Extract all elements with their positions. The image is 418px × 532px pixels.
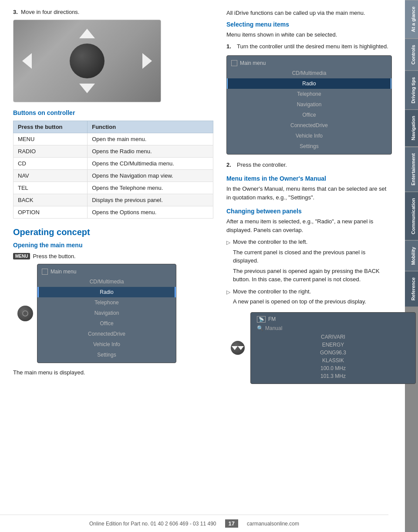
sidebar-tab-driving-tips[interactable]: Driving tips (405, 71, 418, 110)
fm-item: KLASSIK (257, 357, 409, 364)
left-column: 3. Move in four directions. Buttons on c… (13, 9, 213, 523)
bullet-2-arrow-icon: ▷ (226, 288, 230, 306)
step-1: 1. Turn the controller until the desired… (226, 42, 392, 51)
fm-item: 101.3 MHz (257, 372, 409, 380)
table-cell: OPTION (13, 206, 88, 219)
right-menu-title: Main menu (240, 60, 266, 66)
open-menu-text: Press the button. (33, 253, 75, 259)
table-cell: Open the main menu. (88, 133, 213, 145)
bullet-1-content: Move the controller to the left. The cur… (233, 238, 392, 284)
page-number: 17 (225, 519, 238, 528)
left-menu-item: Telephone (37, 297, 176, 308)
changing-panels-title: Changing between panels (226, 208, 392, 215)
step-3-header: 3. Move in four directions. (13, 9, 213, 15)
operating-concept-title: Operating concept (13, 227, 213, 237)
left-menu-knob (17, 306, 33, 321)
left-menu-item: Navigation (37, 308, 176, 318)
sidebar-tab-communication[interactable]: Communication (405, 192, 418, 240)
step-2-num: 2. (226, 161, 233, 169)
bullet-2-sub: A new panel is opened on top of the prev… (233, 297, 366, 306)
bullet-1-arrow-icon: ▷ (226, 239, 230, 284)
main-menu-footer-text: The main menu is displayed. (13, 368, 213, 377)
fm-item: 100.0 MHz (257, 364, 409, 372)
table-header-function: Function (88, 121, 213, 133)
left-menu-header: Main menu (37, 267, 176, 276)
fm-search-text: Manual (265, 325, 282, 331)
selecting-steps-list: 1. Turn the controller until the desired… (226, 42, 392, 51)
left-menu-item: Radio (37, 287, 176, 297)
search-icon: 🔍 (257, 325, 263, 331)
intro-text: All iDrive functions can be called up vi… (226, 9, 392, 17)
arrow-up-icon (79, 29, 95, 38)
left-menu-item: Settings (37, 350, 176, 360)
table-header-button: Press the button (13, 121, 88, 133)
open-menu-line: MENU Press the button. (13, 253, 213, 259)
owner-manual-body: In the Owner's Manual, menu items that c… (226, 185, 392, 202)
sidebar: At a glanceControlsDriving tipsNavigatio… (405, 0, 418, 532)
right-menu-header-icon (231, 60, 237, 66)
fm-icon: 📡 (257, 316, 266, 323)
left-menu-items: CD/MultimediaRadioTelephoneNavigationOff… (37, 276, 176, 360)
sidebar-tab-controls[interactable]: Controls (405, 38, 418, 71)
sidebar-tab-mobility[interactable]: Mobility (405, 240, 418, 271)
sidebar-tab-reference[interactable]: Reference (405, 271, 418, 306)
bullet-1-main: Move the controller to the left. (233, 238, 392, 246)
right-column: All iDrive functions can be called up vi… (226, 9, 392, 523)
buttons-section-title: Buttons on controller (13, 109, 213, 116)
opening-menu-title: Opening the main menu (13, 242, 213, 249)
fm-item: GONG96.3 (257, 349, 409, 357)
buttons-table: Press the button Function MENUOpen the m… (13, 121, 213, 219)
sidebar-tabs: At a glanceControlsDriving tipsNavigatio… (405, 0, 418, 307)
left-menu-item: Vehicle Info (37, 339, 176, 350)
fm-screen: 📡 FM 🔍 Manual CARIVARIENERGYGONG96.3KLAS… (250, 312, 416, 384)
fm-item: CARIVARI (257, 333, 409, 341)
bullet-1: ▷ Move the controller to the left. The c… (226, 238, 392, 284)
selecting-body: Menu items shown in white can be selecte… (226, 30, 392, 39)
table-cell: MENU (13, 133, 88, 145)
arrow-right-icon (142, 53, 152, 69)
table-cell: CD (13, 158, 88, 170)
table-cell: RADIO (13, 145, 88, 158)
arrow-down-icon (79, 84, 95, 93)
sidebar-tab-entertainment[interactable]: Entertainment (405, 147, 418, 192)
table-cell: Opens the Radio menu. (88, 145, 213, 158)
down-triangle-icon (232, 346, 238, 350)
menu-key-badge: MENU (13, 253, 30, 259)
step-3-text: Move in four directions. (21, 9, 79, 15)
table-cell: Opens the Options menu. (88, 206, 213, 219)
changing-panels-bullets: ▷ Move the controller to the left. The c… (226, 238, 392, 306)
left-main-menu-screen: Main menu CD/MultimediaRadioTelephoneNav… (37, 264, 176, 363)
step-2-text: Press the controller. (237, 161, 287, 169)
fm-items-list: CARIVARIENERGYGONG96.3KLASSIK100.0 MHz10… (257, 333, 409, 380)
controller-image (13, 20, 161, 102)
table-cell: Displays the previous panel. (88, 194, 213, 206)
sidebar-tab-navigation[interactable]: Navigation (405, 109, 418, 146)
left-menu-screen-wrapper: Main menu CD/MultimediaRadioTelephoneNav… (13, 264, 161, 363)
right-menu-item: Telephone (227, 89, 391, 99)
bullet-1-sub2: The previous panel is opened again by pr… (233, 267, 392, 284)
owner-manual-title: Menu items in the Owner's Manual (226, 175, 392, 182)
selecting-menu-items-title: Selecting menu items (226, 21, 392, 28)
right-menu-item: CD/Multimedia (227, 68, 391, 78)
table-cell: Opens the Navigation map view. (88, 170, 213, 182)
right-menu-item: Settings (227, 141, 391, 152)
changing-panels-body: After a menu item is selected, e.g., "Ra… (226, 217, 392, 234)
table-cell: TEL (13, 182, 88, 194)
fm-header: 📡 FM (257, 316, 409, 323)
table-cell: NAV (13, 170, 88, 182)
footer-text: Online Edition for Part no. 01 40 2 606 … (89, 521, 216, 527)
bullet-2-main: Move the controller to the right. (233, 287, 366, 296)
right-menu-header: Main menu (227, 58, 391, 68)
sidebar-tab-at-a-glance[interactable]: At a glance (405, 0, 418, 38)
fm-down-arrow-icon (231, 341, 245, 355)
right-menu-items: CD/MultimediaRadioTelephoneNavigationOff… (227, 68, 391, 152)
bullet-2: ▷ Move the controller to the right. A ne… (226, 287, 392, 306)
right-menu-item: Navigation (227, 99, 391, 110)
right-menu-item: ConnectedDrive (227, 120, 391, 131)
right-menu-item: Vehicle Info (227, 131, 391, 141)
fm-search-line: 🔍 Manual (257, 325, 409, 331)
selecting-steps-list-2: 2. Press the controller. (226, 161, 392, 169)
fm-label: FM (268, 316, 276, 322)
arrow-left-icon (22, 53, 32, 69)
step-3-number: 3. (13, 9, 18, 15)
